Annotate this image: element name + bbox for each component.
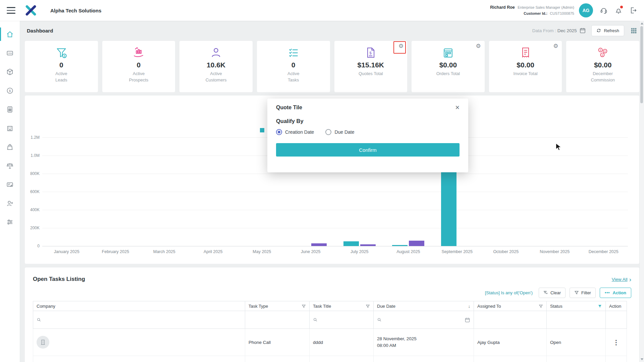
user-plus-icon (6, 199, 14, 207)
svg-text:$: $ (64, 54, 65, 58)
action-button[interactable]: ••• Action (600, 288, 631, 298)
avatar[interactable]: AG (579, 3, 593, 17)
col-header-task-type[interactable]: Task Type (245, 301, 310, 311)
gridline (42, 174, 628, 174)
invoice-tile-gear-icon[interactable]: ⚙ (553, 43, 558, 49)
kpi-row: $ 0 ActiveLeads 0 ActiveProspects 10.6K … (25, 41, 639, 92)
sidebar-item-accounting[interactable] (0, 100, 20, 119)
task-type-cell: Send Email (245, 356, 310, 362)
view-all-link[interactable]: View All › (612, 276, 631, 283)
open-tasks-table: Company Task Type Task Title Due Date ↓ … (33, 301, 627, 362)
column-filter-icon[interactable] (302, 304, 306, 308)
col-header-company[interactable]: Company (33, 301, 245, 311)
due-date-search-input[interactable] (384, 317, 462, 323)
column-filter-icon[interactable] (366, 304, 370, 308)
refresh-button[interactable]: Refresh (591, 25, 624, 36)
company-search-input[interactable] (44, 317, 241, 323)
chart-bar (441, 169, 457, 246)
x-axis-label: February 2025 (92, 249, 139, 254)
sidebar-item-organization[interactable] (0, 119, 20, 137)
support-headset-icon[interactable] (600, 6, 608, 14)
col-header-due-date[interactable]: Due Date ↓ (374, 301, 474, 311)
active-column-filter-icon[interactable] (598, 304, 602, 308)
leads-funnel-icon: $ (55, 46, 67, 59)
kpi-label: DecemberCommission (591, 71, 615, 83)
sidebar-item-add-user[interactable] (0, 194, 20, 213)
filter-funnel-icon (574, 290, 579, 295)
table-row[interactable]: 121 AURORA HEALTH CARE CENTRAL Send Emai… (33, 356, 627, 362)
y-axis-tick: 200K (25, 226, 40, 230)
dashboard-grid-icon[interactable] (630, 27, 637, 34)
radio-due-date[interactable]: Due Date (325, 129, 354, 135)
sidebar-item-products[interactable] (0, 62, 20, 81)
col-header-task-title[interactable]: Task Title (310, 301, 374, 311)
sidebar-item-home[interactable] (0, 25, 20, 44)
close-icon[interactable]: × (455, 104, 460, 111)
col-header-assigned-to[interactable]: Assigned To (474, 301, 547, 311)
clear-filter-button[interactable]: Clear (539, 288, 566, 298)
task-title-cell: dddd (310, 329, 374, 356)
sidebar-item-payments[interactable]: $ (0, 81, 20, 100)
kpi-value: 0 (137, 61, 141, 69)
kpi-label: ActiveProspects (129, 71, 149, 83)
scrollbar-thumb[interactable] (640, 26, 643, 103)
calculator-icon (6, 106, 14, 113)
y-axis-tick: 1.2M (25, 135, 40, 140)
commission-coins-icon: $$$ (597, 46, 609, 59)
sort-desc-icon[interactable]: ↓ (468, 304, 471, 309)
gridline (42, 246, 628, 246)
prospects-hand-chart-icon (132, 46, 145, 59)
table-row[interactable]: Phone Call dddd 28 November, 2025 08:00 … (33, 329, 627, 356)
calendar-picker-icon[interactable] (579, 27, 586, 34)
column-filter-icon[interactable] (539, 304, 543, 308)
kpi-value: $0.00 (594, 61, 612, 69)
company-name: Alpha Tech Solutions (50, 8, 101, 13)
task-type-filter-cell[interactable] (245, 311, 310, 329)
logout-icon[interactable] (629, 6, 637, 14)
building-icon (40, 339, 46, 346)
status-cell: Open (547, 329, 606, 356)
customer-id-value: CUST1000875 (550, 11, 574, 15)
kpi-value: 10.6K (207, 61, 225, 69)
main-content: Dashboard Data From : Dec 2025 Refresh (20, 21, 644, 362)
kpi-value: $0.00 (439, 61, 457, 69)
radio-button[interactable] (325, 129, 331, 135)
tasks-checklist-icon (287, 46, 300, 59)
confirm-button[interactable]: Confirm (276, 143, 460, 157)
assigned-to-filter-cell[interactable] (474, 311, 547, 329)
kpi-label: Invoice Total (514, 71, 538, 77)
due-date-calendar-icon[interactable] (465, 317, 470, 323)
hamburger-menu-icon[interactable] (7, 7, 15, 14)
notifications-bell-icon[interactable] (614, 6, 623, 14)
sidebar-item-legal[interactable] (0, 156, 20, 175)
filter-button[interactable]: Filter (570, 288, 596, 298)
gridline (42, 192, 628, 192)
scroll-up-arrow[interactable] (641, 22, 643, 24)
table-search-row (33, 311, 627, 329)
quotes-tile-gear-icon[interactable]: ⚙ (398, 43, 404, 49)
row-kebab-menu-icon[interactable]: ⋮ (606, 356, 627, 362)
sidebar-item-cheque[interactable] (0, 175, 20, 194)
row-kebab-menu-icon[interactable]: ⋮ (606, 329, 627, 356)
task-title-search-input[interactable] (320, 317, 370, 323)
col-header-status[interactable]: Status (547, 301, 606, 311)
orders-tile-gear-icon[interactable]: ⚙ (476, 43, 481, 49)
sidebar-item-crm[interactable]: CRM (0, 44, 20, 62)
user-info: Richard Roe Enterprise Sales Manager (Ad… (490, 4, 574, 16)
radio-label[interactable]: Creation Date (285, 129, 314, 135)
search-icon (377, 317, 382, 322)
status-filter-cell[interactable] (547, 311, 606, 329)
scroll-down-arrow[interactable] (641, 358, 643, 360)
gridline (42, 228, 628, 228)
home-icon (6, 31, 14, 38)
radio-button[interactable] (276, 129, 282, 135)
app-logo[interactable] (24, 4, 38, 17)
customer-id-label: Customer Id.: (524, 11, 547, 15)
svg-text:$: $ (9, 88, 11, 92)
radio-label[interactable]: Due Date (334, 129, 354, 135)
ellipsis-icon: ••• (605, 290, 610, 295)
sidebar-item-settings[interactable] (0, 213, 20, 231)
radio-creation-date[interactable]: Creation Date (276, 129, 314, 135)
x-axis-label: October 2025 (482, 249, 529, 254)
sidebar-item-bag[interactable] (0, 137, 20, 156)
